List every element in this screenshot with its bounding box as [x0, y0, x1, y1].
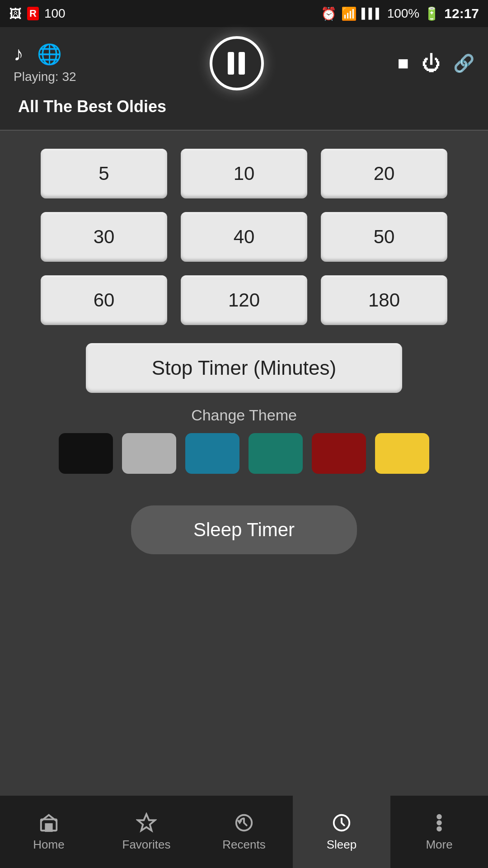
station-name: All The Best Oldies — [14, 97, 166, 116]
header-left: ♪ 🌐 Playing: 32 — [14, 42, 76, 84]
power-icon[interactable]: ⏻ — [422, 52, 441, 74]
timer-btn-60[interactable]: 60 — [41, 275, 167, 325]
photo-icon: 🖼 — [9, 6, 22, 21]
timer-btn-180[interactable]: 180 — [321, 275, 447, 325]
timer-btn-50[interactable]: 50 — [321, 212, 447, 262]
alarm-icon: ⏰ — [321, 6, 337, 21]
theme-color-black[interactable] — [59, 433, 113, 474]
timer-btn-30[interactable]: 30 — [41, 212, 167, 262]
svg-point-7 — [438, 827, 441, 830]
nav-item-sleep[interactable]: Sleep — [293, 796, 390, 868]
recents-icon — [234, 812, 254, 833]
bottom-nav: Home Favorites Recents Sleep More — [0, 796, 488, 868]
change-theme-section: Change Theme — [23, 406, 465, 474]
timer-btn-10[interactable]: 10 — [181, 149, 307, 198]
share-icon[interactable]: 🔗 — [453, 53, 474, 73]
nav-item-home[interactable]: Home — [0, 796, 98, 868]
sleep-icon — [331, 812, 352, 833]
svg-rect-1 — [46, 824, 52, 830]
favorites-icon — [136, 812, 157, 833]
timer-grid: 5 10 20 30 40 50 60 120 180 — [41, 149, 447, 325]
clock: 12:17 — [444, 6, 479, 21]
signal-icon: ▌▌▌ — [361, 8, 383, 19]
change-theme-label: Change Theme — [191, 406, 297, 424]
nav-label-sleep: Sleep — [327, 838, 357, 852]
theme-color-teal-green[interactable] — [249, 433, 303, 474]
more-icon — [429, 812, 450, 833]
theme-color-gray[interactable] — [122, 433, 176, 474]
pause-button[interactable] — [210, 36, 264, 90]
theme-color-dark-red[interactable] — [312, 433, 366, 474]
header: ♪ 🌐 Playing: 32 ■ ⏻ 🔗 All The Best Oldie… — [0, 27, 488, 130]
svg-point-5 — [438, 815, 441, 818]
wifi-icon: 📶 — [341, 6, 357, 21]
status-bar: 🖼 R 100 ⏰ 📶 ▌▌▌ 100% 🔋 12:17 — [0, 0, 488, 27]
nav-label-favorites: Favorites — [122, 838, 171, 852]
header-icons-right: ■ ⏻ 🔗 — [398, 52, 474, 74]
globe-icon[interactable]: 🌐 — [37, 42, 62, 66]
nav-item-recents[interactable]: Recents — [195, 796, 293, 868]
stop-timer-button[interactable]: Stop Timer (Minutes) — [86, 343, 402, 393]
pause-icon — [228, 52, 246, 75]
nav-label-recents: Recents — [222, 838, 265, 852]
timer-btn-5[interactable]: 5 — [41, 149, 167, 198]
main-content: 5 10 20 30 40 50 60 120 180 Stop Timer (… — [0, 131, 488, 796]
svg-marker-2 — [138, 814, 155, 830]
nav-label-home: Home — [33, 838, 64, 852]
status-bar-right: ⏰ 📶 ▌▌▌ 100% 🔋 12:17 — [321, 6, 479, 21]
theme-color-yellow[interactable] — [375, 433, 429, 474]
sleep-timer-button[interactable]: Sleep Timer — [131, 505, 357, 554]
stop-timer-sublabel: (Minutes) — [253, 357, 336, 379]
svg-point-6 — [438, 821, 441, 824]
nav-item-favorites[interactable]: Favorites — [98, 796, 195, 868]
music-note-icon[interactable]: ♪ — [14, 42, 23, 66]
battery-label: 100% — [387, 6, 420, 21]
app-icon: R — [27, 7, 39, 20]
nav-item-more[interactable]: More — [390, 796, 488, 868]
timer-btn-40[interactable]: 40 — [181, 212, 307, 262]
timer-btn-120[interactable]: 120 — [181, 275, 307, 325]
stop-timer-label: Stop Timer — [152, 357, 248, 379]
header-top: ♪ 🌐 Playing: 32 ■ ⏻ 🔗 — [14, 36, 474, 90]
home-icon — [38, 812, 59, 833]
sleep-timer-label: Sleep Timer — [193, 519, 295, 540]
nav-label-more: More — [426, 838, 452, 852]
theme-colors — [59, 433, 429, 474]
playing-text: Playing: 32 — [14, 70, 76, 84]
header-icons-left: ♪ 🌐 — [14, 42, 62, 66]
battery-icon: 🔋 — [424, 6, 440, 21]
status-bar-left: 🖼 R 100 — [9, 6, 66, 21]
theme-color-teal-blue[interactable] — [185, 433, 239, 474]
stop-icon[interactable]: ■ — [398, 52, 409, 74]
timer-btn-20[interactable]: 20 — [321, 149, 447, 198]
battery-count: 100 — [44, 6, 66, 21]
